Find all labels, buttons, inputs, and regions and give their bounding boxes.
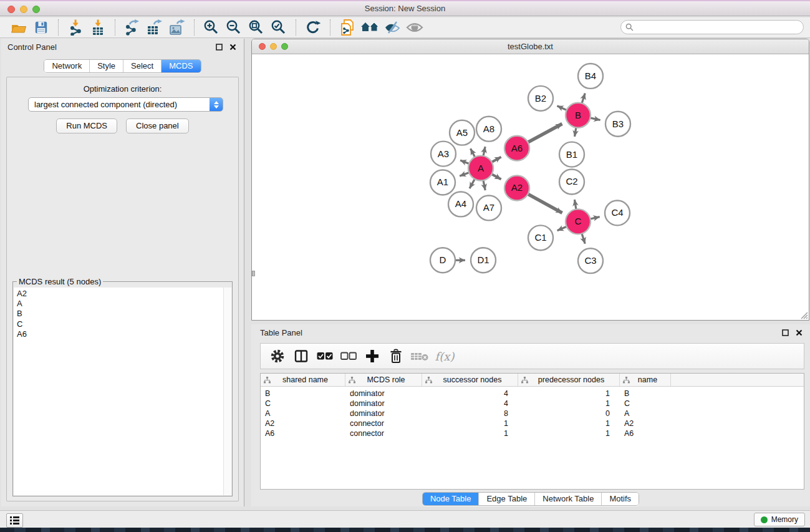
float-panel-icon[interactable] [214, 42, 224, 52]
tab-network[interactable]: Network [44, 60, 89, 72]
table-cell[interactable]: A2 [620, 419, 671, 428]
table-cell[interactable]: dominator [345, 399, 422, 408]
network-maximize-icon[interactable] [281, 43, 288, 50]
show-graphics-details-button[interactable] [403, 18, 426, 37]
network-graph[interactable]: B4B2BB3A8A5A6A3B1AC2A1A2A4A7C4CC1DD1C3 [252, 55, 809, 320]
graph-node-B2[interactable]: B2 [528, 86, 553, 111]
graph-node-C1[interactable]: C1 [528, 225, 553, 250]
graph-node-D1[interactable]: D1 [471, 248, 496, 273]
import-table-button[interactable] [87, 18, 109, 37]
export-image-button[interactable] [166, 18, 188, 37]
table-cell[interactable]: connector [345, 429, 422, 438]
zoom-in-button[interactable] [200, 18, 223, 37]
table-cell[interactable]: B [620, 389, 671, 398]
column-header-name[interactable]: name [620, 374, 671, 386]
network-close-icon[interactable] [259, 43, 266, 50]
table-cell[interactable]: A6 [620, 429, 671, 438]
refresh-button[interactable] [302, 18, 324, 37]
graph-node-B1[interactable]: B1 [559, 142, 584, 167]
network-from-file-button[interactable] [336, 18, 359, 37]
network-window-titlebar[interactable]: testGlobe.txt [252, 39, 809, 54]
open-file-button[interactable] [7, 18, 30, 37]
table-cell[interactable]: A [261, 409, 345, 418]
tab-style[interactable]: Style [89, 60, 123, 72]
tab-motifs[interactable]: Motifs [601, 493, 639, 505]
graph-node-B[interactable]: B [566, 103, 591, 128]
zoom-out-button[interactable] [223, 18, 245, 37]
table-row[interactable]: Cdominator41C [261, 399, 804, 409]
split-table-button[interactable] [291, 346, 312, 367]
tab-network-table[interactable]: Network Table [534, 493, 601, 505]
table-cell[interactable]: dominator [345, 389, 422, 398]
zoom-fit-button[interactable] [245, 18, 268, 37]
run-mcds-button[interactable]: Run MCDS [56, 118, 117, 133]
graph-node-B3[interactable]: B3 [605, 112, 630, 137]
export-table-button[interactable] [143, 18, 166, 37]
table-row[interactable]: A2connector11A2 [261, 418, 804, 428]
graph-node-A2[interactable]: A2 [504, 176, 529, 201]
table-cell[interactable]: 1 [422, 429, 518, 438]
graph-node-A[interactable]: A [468, 156, 493, 181]
table-cell[interactable]: 0 [518, 409, 620, 418]
fullscreen-window-icon[interactable] [32, 6, 40, 13]
memory-button[interactable]: Memory [754, 513, 805, 526]
tab-edge-table[interactable]: Edge Table [478, 493, 534, 505]
graph-node-A5[interactable]: A5 [450, 120, 475, 145]
table-cell[interactable]: B [261, 389, 345, 398]
graph-node-A7[interactable]: A7 [476, 195, 501, 220]
table-cell[interactable]: 1 [518, 429, 620, 438]
close-window-icon[interactable] [7, 6, 15, 13]
column-header-MCDS-role[interactable]: MCDS role [345, 374, 422, 386]
tab-mcds[interactable]: MCDS [161, 60, 200, 72]
delete-column-button[interactable] [385, 346, 407, 367]
table-cell[interactable]: 1 [422, 419, 518, 428]
mcds-result-item[interactable]: B [14, 309, 231, 319]
save-session-button[interactable] [30, 18, 52, 37]
mcds-result-item[interactable]: A6 [14, 329, 231, 339]
resize-grip-icon[interactable] [800, 311, 808, 319]
tab-select[interactable]: Select [123, 60, 161, 72]
node-table[interactable]: shared nameMCDS rolesuccessor nodesprede… [260, 373, 804, 490]
import-network-button[interactable] [64, 18, 87, 37]
splitter-handle[interactable] [252, 271, 255, 276]
graph-node-C[interactable]: C [566, 209, 591, 234]
close-table-panel-icon[interactable] [794, 327, 804, 337]
close-panel-icon[interactable] [228, 42, 238, 52]
table-cell[interactable]: dominator [345, 409, 422, 418]
criterion-dropdown[interactable]: largest connected component (directed) [28, 97, 223, 112]
network-minimize-icon[interactable] [270, 43, 277, 50]
graph-node-C3[interactable]: C3 [578, 248, 603, 273]
graph-node-A8[interactable]: A8 [476, 117, 501, 142]
column-header-successor-nodes[interactable]: successor nodes [422, 374, 518, 386]
column-settings-button[interactable] [267, 346, 288, 367]
export-network-button[interactable] [121, 18, 143, 37]
graph-node-C2[interactable]: C2 [559, 170, 584, 195]
table-cell[interactable]: C [620, 399, 671, 408]
table-cell[interactable]: C [261, 399, 345, 408]
table-cell[interactable]: A6 [261, 429, 345, 438]
table-cell[interactable]: 4 [422, 389, 518, 398]
mcds-result-item[interactable]: A2 [14, 289, 231, 299]
add-column-button[interactable] [362, 346, 383, 367]
network-canvas[interactable]: B4B2BB3A8A5A6A3B1AC2A1A2A4A7C4CC1DD1C3 [252, 55, 809, 320]
table-row[interactable]: Bdominator41B [261, 389, 804, 399]
apply-function-button[interactable]: f(x) [433, 346, 454, 367]
table-cell[interactable]: 1 [518, 389, 620, 398]
zoom-selected-button[interactable] [268, 18, 290, 37]
column-header-shared-name[interactable]: shared name [261, 374, 345, 386]
table-cell[interactable]: 8 [422, 409, 518, 418]
table-cell[interactable]: A2 [261, 419, 345, 428]
result-list-scrollbar[interactable] [223, 288, 231, 495]
table-cell[interactable]: 4 [422, 399, 518, 408]
deselect-all-columns-button[interactable] [338, 346, 359, 367]
close-panel-button[interactable]: Close panel [126, 118, 189, 133]
minimize-window-icon[interactable] [20, 6, 27, 13]
graph-node-C4[interactable]: C4 [605, 200, 630, 225]
first-neighbors-button[interactable] [359, 18, 381, 37]
search-input[interactable] [620, 20, 804, 34]
graph-node-A6[interactable]: A6 [504, 136, 529, 161]
tab-node-table[interactable]: Node Table [423, 493, 479, 505]
table-cell[interactable]: 1 [518, 399, 620, 408]
table-row[interactable]: A6connector11A6 [261, 428, 804, 438]
graph-node-D[interactable]: D [430, 248, 455, 273]
